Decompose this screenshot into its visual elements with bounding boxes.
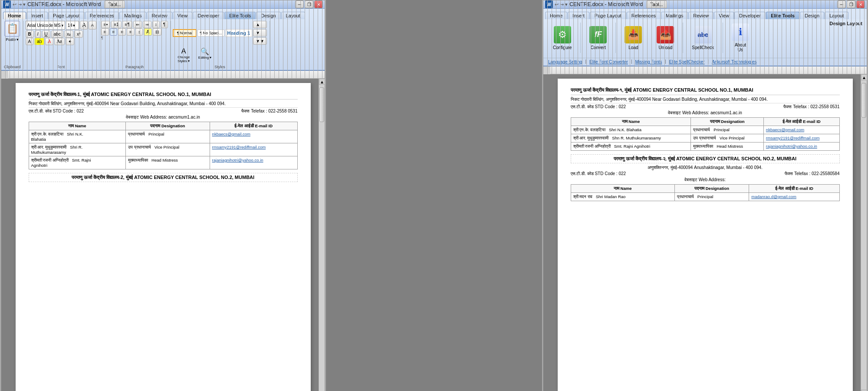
right-school2-address: अणुशक्तिनगर, मुंबई-400094 Anushaktinagar… bbox=[571, 165, 840, 170]
left-table1-row1: श्री एन.के. वलाहटिया Shri N.K.Blahatia प… bbox=[29, 130, 297, 143]
left-t1r2-name: श्री आर. मुथुकुमारस्वामी Shri R.Muthukum… bbox=[29, 143, 126, 156]
left-t1r1-email: nkbaecs@gmail.com bbox=[210, 130, 297, 143]
right-school1-fax: फैक्स Telefax : 022-2558 0531 bbox=[783, 104, 839, 109]
left-t1r3-name: श्रीमती रजनी अग्निहोत्री Smt. RajniAgnih… bbox=[29, 156, 126, 169]
right-school2-stdfax: एस.टी.डी. कोड STD Code : 022 फैक्स Telef… bbox=[571, 171, 840, 176]
left-table1-col2: पदनाम Designation bbox=[126, 122, 210, 130]
right-doc-table2: नाम Name पदनाम Designation ई-मेल आईडी E-… bbox=[571, 184, 840, 201]
right-table2-col3: ई-मेल आईडी E-mail ID bbox=[749, 185, 839, 193]
left-doc-scroll-area: परमाणु ऊर्जा केंद्रीय विद्यालय-1, मुंबई … bbox=[1, 79, 325, 391]
left-table1-col1: नाम Name bbox=[29, 122, 126, 130]
left-t1r2-designation: उप प्रधानाचार्य Vice Principal bbox=[126, 143, 210, 156]
right-t1r3-name: श्रीमती रजनी अग्निहोत्री Smt. Rajni Agni… bbox=[571, 142, 691, 151]
right-school1-stdfax: एस.टी.डी. कोड STD Code : 022 फैक्स Telef… bbox=[571, 104, 840, 109]
right-t1r2-email: rmsamy2191@rediffmail.com bbox=[763, 134, 839, 142]
right-scroll-thumb[interactable] bbox=[861, 83, 866, 118]
right-doc-table1: नाम Name पदनाम Designation ई-मेल आईडी E-… bbox=[571, 117, 840, 151]
right-table1-row3: श्रीमती रजनी अग्निहोत्री Smt. Rajni Agni… bbox=[571, 142, 839, 151]
right-table1-col2: पदनाम Designation bbox=[691, 118, 763, 126]
left-school1-fax: फैक्स Telefax : 022-2558 0531 bbox=[241, 109, 297, 114]
left-ruler bbox=[8, 71, 325, 79]
left-ruler-container bbox=[1, 71, 325, 79]
right-t1r3-designation: मुख्याध्यापिका Head Mistress bbox=[691, 142, 763, 151]
right-table1-col3: ई-मेल आईडी E-mail ID bbox=[763, 118, 839, 126]
right-table1-col1: नाम Name bbox=[571, 118, 691, 126]
right-school2-std: एस.टी.डी. कोड STD Code : 022 bbox=[571, 171, 626, 176]
right-t1r3-email: rajaniagnihotri@yahoo.co.in bbox=[763, 142, 839, 151]
left-school2-header: परमाणु ऊर्जा केंद्रीय विद्यालय-2, मुंबई … bbox=[29, 173, 298, 182]
left-table1-col3: ई-मेल आईडी E-mail ID bbox=[210, 122, 297, 130]
right-school2-fax: फैक्स Telefax : 022-25580584 bbox=[785, 171, 839, 176]
right-ruler bbox=[550, 66, 867, 74]
left-school1-web: वेबसाइट Web Address: aecsmum1.ac.in bbox=[29, 115, 298, 120]
right-t1r1-email: nkbaecs@gmail.com bbox=[763, 126, 839, 134]
right-school1-web: वेबसाइट Web Address: aecsmum1.ac.in bbox=[571, 110, 840, 116]
right-school2-header: परमाणु ऊर्जा केंद्रीय विद्यालय-२, मुंबई … bbox=[571, 154, 840, 163]
right-school1-address: निकट गोदावरी बिल्डिंग, अणुशक्तिनगर, मुंब… bbox=[571, 97, 840, 103]
left-school1-std: एस.टी.डी. कोड STD Code : 022 bbox=[29, 109, 84, 114]
right-t2r1-designation: प्रधानाचार्य Principal bbox=[674, 193, 749, 201]
left-school1-address: निकट गोदावरी बिल्डिंग, अणुशक्तिनगर, मुंब… bbox=[29, 101, 298, 108]
left-word-window: W ↩ ↪ ▾ CENTRE.docx - Microsoft Word Tab… bbox=[1, 0, 325, 391]
right-table1-row1: श्री एन.के. वलाहटिया Shri N.K. Blahatia … bbox=[571, 126, 839, 134]
right-t2r1-email: madanrao.d@gmail.com bbox=[749, 193, 839, 201]
right-ruler-container bbox=[543, 66, 867, 74]
left-table1-row2: श्री आर. मुथुकुमारस्वामी Shri R.Muthukum… bbox=[29, 143, 297, 156]
left-scroll-up[interactable]: ▲ bbox=[319, 79, 325, 85]
left-doc-page: परमाणु ऊर्जा केंद्रीय विद्यालय-1, मुंबई … bbox=[16, 83, 311, 391]
right-scroll-up[interactable]: ▲ bbox=[861, 74, 867, 80]
right-school1-header: परमाणु ऊर्जा केंद्रीय विद्यालय-१, मुंबई … bbox=[571, 87, 840, 95]
right-t1r1-name: श्री एन.के. वलाहटिया Shri N.K. Blahatia bbox=[571, 126, 691, 134]
left-scroll-thumb[interactable] bbox=[319, 87, 324, 122]
right-scrollbar-v[interactable]: ▲ ▼ bbox=[861, 74, 867, 391]
left-scrollbar-v[interactable]: ▲ ▼ bbox=[319, 79, 325, 391]
left-t1r1-designation: प्रधानाचार्य Principal bbox=[126, 130, 210, 143]
gap-area bbox=[326, 0, 542, 391]
right-t1r1-designation: प्रधानाचार्य Principal bbox=[691, 126, 763, 134]
right-table2-row1: श्री मदन राव Shri Madan Rao प्रधानाचार्य… bbox=[571, 193, 839, 201]
right-doc-scroll-inner: परमाणु ऊर्जा केंद्रीय विद्यालय-१, मुंबई … bbox=[543, 74, 867, 391]
left-t1r3-designation: मुख्याध्यापिका Head Mistress bbox=[126, 156, 210, 169]
right-t1r2-designation: उप प्रधानाचार्य Vice Principal bbox=[691, 134, 763, 142]
right-doc-scroll-area: परमाणु ऊर्जा केंद्रीय विद्यालय-१, मुंबई … bbox=[543, 74, 867, 391]
left-t1r2-email: rmsamy2191@rediffmail.com bbox=[210, 143, 297, 156]
right-t1r2-name: श्री आर. मुथुकुमारस्वामी Shn R. Muthukum… bbox=[571, 134, 691, 142]
right-table2-col2: पदनाम Designation bbox=[674, 185, 749, 193]
right-school2-web: वेबसाइट Web Address: bbox=[571, 177, 840, 182]
right-t2r1-name: श्री मदन राव Shri Madan Rao bbox=[571, 193, 674, 201]
right-table2-col1: नाम Name bbox=[571, 185, 674, 193]
left-table1-row3: श्रीमती रजनी अग्निहोत्री Smt. RajniAgnih… bbox=[29, 156, 297, 169]
left-doc-table1: नाम Name पदनाम Designation ई-मेल आईडी E-… bbox=[29, 122, 298, 169]
left-t1r1-name: श्री एन.के. वलाहटिया Shri N.K.Blahatia bbox=[29, 130, 126, 143]
right-doc-page: परमाणु ऊर्जा केंद्रीय विद्यालय-१, मुंबई … bbox=[558, 79, 853, 391]
left-school1-stdfax: एस.टी.डी. कोड STD Code : 022 फैक्स Telef… bbox=[29, 109, 298, 114]
right-table1-row2: श्री आर. मुथुकुमारस्वामी Shn R. Muthukum… bbox=[571, 134, 839, 142]
left-school1-header: परमाणु ऊर्जा केंद्रीय विद्यालय-1, मुंबई … bbox=[29, 92, 298, 99]
right-word-window: W ↩ ↪ ▾ CENTRE.docx - Microsoft Word Tab… bbox=[543, 0, 867, 391]
left-doc-scroll-inner: परमाणु ऊर्जा केंद्रीय विद्यालय-1, मुंबई … bbox=[1, 79, 325, 391]
left-t1r3-email: rajaniagnihotri@yahoo.co.in bbox=[210, 156, 297, 169]
right-school1-std: एस.टी.डी. कोड STD Code : 022 bbox=[571, 104, 626, 109]
